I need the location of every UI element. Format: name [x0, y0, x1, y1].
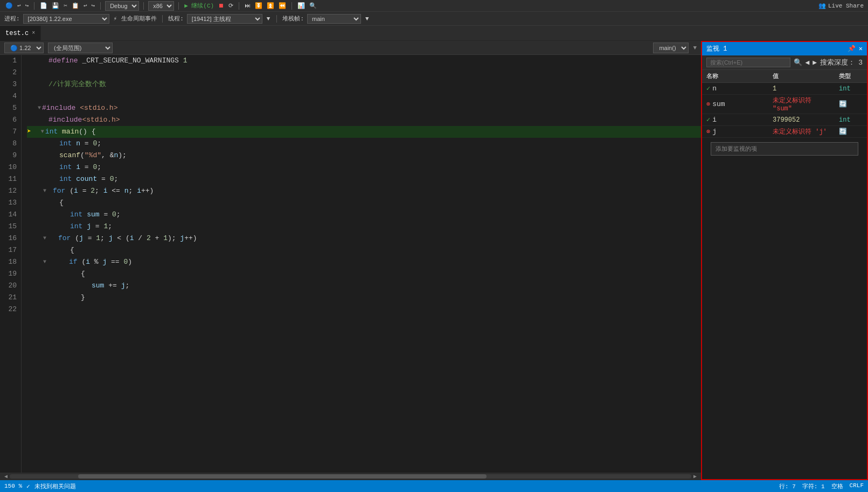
- code-line-1: #define _CRT_SECURE_NO_WARNINGS 1: [27, 55, 701, 67]
- search-depth-label: 搜索深度：: [820, 58, 855, 67]
- scroll-right[interactable]: ▶: [693, 473, 697, 480]
- restart-button[interactable]: ⟳: [227, 2, 234, 9]
- debug-btn4[interactable]: ⏪: [277, 2, 287, 9]
- code-line-21: }: [27, 292, 701, 304]
- sep4: [239, 2, 239, 10]
- arch-dropdown[interactable]: x86: [148, 1, 174, 11]
- toolbar-icon-file[interactable]: 📄: [39, 2, 48, 9]
- stack-dropdown[interactable]: main: [307, 14, 361, 24]
- add-watch-container[interactable]: 添加要监视的项: [702, 138, 867, 160]
- lifecycle-label: 生命周期事件: [121, 15, 157, 23]
- process-dropdown[interactable]: [20380] 1.22.exe: [23, 14, 109, 24]
- watch-row-sum[interactable]: ⊗ sum 未定义标识符 "sum" 🔄: [702, 95, 867, 114]
- function-dropdown[interactable]: main(): [653, 43, 689, 53]
- debug-config-dropdown[interactable]: Debug: [105, 1, 139, 11]
- code-editor[interactable]: #define _CRT_SECURE_NO_WARNINGS 1 //计算完全…: [22, 55, 701, 473]
- toolbar-separator-3: [143, 2, 144, 10]
- watch-col-headers: 名称 值 类型: [702, 70, 867, 83]
- check-icon-n: ✓: [706, 85, 710, 93]
- debug-btn1[interactable]: ⏭: [244, 2, 252, 9]
- scroll-left[interactable]: ◀: [4, 473, 8, 480]
- code-line-20: sum += j;: [27, 280, 701, 292]
- watch-value-sum: 未定义标识符 "sum": [768, 95, 835, 114]
- watch-name-sum: ⊗ sum: [702, 99, 768, 109]
- watch-value-j: 未定义标识符 'j': [768, 126, 835, 137]
- code-line-2: [27, 67, 701, 79]
- status-space: 空格: [831, 482, 843, 490]
- file-scope-dropdown[interactable]: 🔵 1.22: [4, 43, 44, 53]
- live-share-label[interactable]: Live Share: [828, 3, 864, 9]
- toolbar-icons: 🔵 ↩ ↪ 📄 💾 ✂ 📋 ↩ ↪ Debug x86 ▶ 继续(C) ⏹ ⟳ …: [4, 1, 318, 11]
- watch-panel: 监视 1 📌 ✕ 🔍 ◀ ▶ 搜索深度： 3 名称 值 类型 ✓ n: [701, 41, 868, 480]
- debug-btn3[interactable]: ⏫: [266, 2, 275, 9]
- tab-close-button[interactable]: ×: [32, 30, 35, 36]
- status-line: 行: 7: [779, 482, 796, 490]
- watch-type-j: 🔄: [835, 126, 867, 137]
- watch-row-n[interactable]: ✓ n 1 int: [702, 83, 867, 95]
- status-encoding: CRLF: [850, 482, 864, 490]
- watch-close-icon[interactable]: ✕: [859, 45, 863, 53]
- continue-button[interactable]: ▶ 继续(C): [183, 2, 215, 10]
- scroll-thumb[interactable]: [78, 474, 487, 479]
- scroll-track[interactable]: [10, 474, 691, 479]
- debug-icons2[interactable]: 🔍: [308, 2, 318, 9]
- zoom-level[interactable]: 150 %: [4, 483, 22, 489]
- toolbar-icon-3[interactable]: ↪: [24, 2, 30, 9]
- code-container[interactable]: 1 2 3 4 5 6 7 8 9 10 11 12 13 14 15 16 1…: [0, 55, 701, 473]
- sep5: [291, 2, 292, 10]
- no-problems-label: 未找到相关问题: [34, 482, 76, 490]
- toolbar-icon-redo[interactable]: ↪: [91, 2, 96, 9]
- toolbar-icon-undo[interactable]: ↩: [82, 2, 88, 9]
- stack-expand[interactable]: ▼: [364, 16, 370, 22]
- toolbar-icon-cut[interactable]: ✂: [63, 2, 68, 9]
- main-layout: 🔵 1.22 (全局范围) main() ▼ 1 2 3 4 5 6 7 8 9: [0, 41, 868, 480]
- watch-search-input[interactable]: [706, 58, 790, 67]
- sep2: [100, 2, 101, 10]
- debug-btn2[interactable]: ⏬: [254, 2, 263, 9]
- debug-icons[interactable]: 📊: [296, 2, 306, 9]
- top-toolbar: 🔵 ↩ ↪ 📄 💾 ✂ 📋 ↩ ↪ Debug x86 ▶ 继续(C) ⏹ ⟳ …: [0, 0, 868, 12]
- process-label: 进程:: [4, 15, 20, 23]
- watch-row-i[interactable]: ✓ i 3799052 int: [702, 114, 867, 126]
- filter-btn[interactable]: ▼: [266, 16, 272, 22]
- status-right: 行: 7 字符: 1 空格 CRLF: [779, 482, 864, 490]
- watch-type-n: int: [835, 84, 867, 94]
- sep3: [178, 2, 179, 10]
- sep7: [276, 15, 277, 23]
- watch-pin-icon[interactable]: 📌: [848, 45, 856, 53]
- thread-label: 线程:: [168, 15, 184, 23]
- sep1: [34, 2, 34, 10]
- refresh-icon-j[interactable]: 🔄: [839, 128, 847, 136]
- toolbar-icon-save[interactable]: 💾: [51, 2, 60, 9]
- tab-test-c[interactable]: test.c ×: [0, 26, 41, 41]
- search-back-icon[interactable]: ◀: [805, 58, 810, 67]
- add-watch-input[interactable]: 添加要监视的项: [711, 142, 858, 156]
- code-line-5: ▼ #include <stdio.h>: [27, 102, 701, 114]
- search-forward-icon[interactable]: ▶: [813, 58, 817, 67]
- watch-search-bar: 🔍 ◀ ▶ 搜索深度： 3: [702, 55, 867, 70]
- code-line-4: [27, 90, 701, 102]
- lifecycle-btn[interactable]: ⚡: [113, 15, 119, 22]
- error-icon-j: ⊗: [706, 128, 710, 136]
- scope-dropdown[interactable]: (全局范围): [48, 43, 113, 53]
- watch-name-i: ✓ i: [702, 115, 768, 125]
- toolbar-icon-1[interactable]: 🔵: [4, 2, 14, 9]
- code-line-18: ▼ if (i % j == 0): [27, 256, 701, 268]
- code-line-14: int sum = 0;: [27, 209, 701, 221]
- refresh-icon-sum[interactable]: 🔄: [839, 101, 847, 108]
- toolbar-icon-2[interactable]: ↩: [16, 2, 22, 9]
- tab-bar: test.c ×: [0, 26, 868, 41]
- toolbar-icon-copy[interactable]: 📋: [71, 2, 80, 9]
- stop-button[interactable]: ⏹: [217, 2, 225, 9]
- status-char: 字符: 1: [802, 482, 825, 490]
- stack-label: 堆栈帧:: [282, 15, 304, 23]
- code-line-8: int n = 0;: [27, 138, 701, 150]
- thread-dropdown[interactable]: [19412] 主线程: [187, 14, 262, 24]
- debug-arrow: ➤: [27, 126, 31, 138]
- editor-scrollbar[interactable]: ◀ ▶: [0, 473, 701, 480]
- watch-type-i: int: [835, 115, 867, 125]
- editor-toolbar: 🔵 1.22 (全局范围) main() ▼: [0, 41, 701, 55]
- check-icon: ✓: [26, 483, 30, 490]
- watch-row-j[interactable]: ⊗ j 未定义标识符 'j' 🔄: [702, 126, 867, 138]
- code-line-12: ▼ for (i = 2; i <= n; i++): [27, 185, 701, 197]
